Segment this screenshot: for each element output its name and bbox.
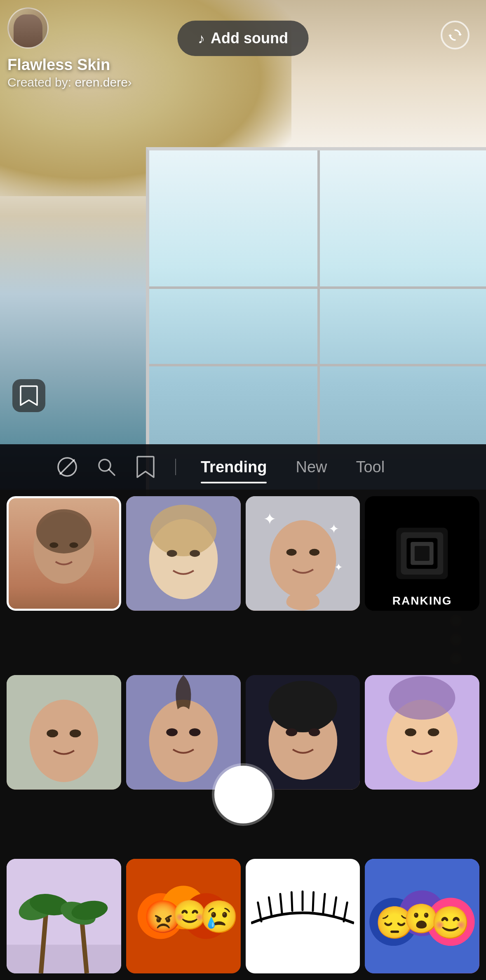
filter-cell-4[interactable] <box>7 675 121 790</box>
ranking-label: RANKING <box>365 594 479 607</box>
svg-point-33 <box>149 700 218 782</box>
shutter-area <box>214 766 272 823</box>
sync-icon[interactable] <box>441 21 470 49</box>
face-svg-4 <box>7 675 121 790</box>
svg-text:😊: 😊 <box>431 904 470 941</box>
tab-tool[interactable]: Tool <box>347 454 393 480</box>
svg-point-16 <box>270 520 336 598</box>
svg-text:✦: ✦ <box>329 522 339 536</box>
music-icon: ♪ <box>198 30 205 47</box>
add-sound-label: Add sound <box>211 30 288 47</box>
filter-bar: Trending New Tool <box>0 444 486 980</box>
filter-cell-lashes[interactable] <box>246 859 360 973</box>
ranking-svg <box>365 496 479 611</box>
svg-point-35 <box>189 728 201 736</box>
svg-text:✦: ✦ <box>263 510 276 528</box>
lashes-svg-icon <box>251 882 354 951</box>
no-filter-svg <box>57 457 77 477</box>
svg-line-3 <box>60 460 75 474</box>
svg-point-18 <box>309 549 319 556</box>
svg-point-12 <box>150 505 216 556</box>
bookmark-icon <box>20 385 38 406</box>
svg-point-45 <box>389 676 455 720</box>
tab-trending[interactable]: Trending <box>193 454 275 480</box>
creator-name[interactable]: eren.dere <box>75 75 127 89</box>
svg-line-5 <box>109 469 115 475</box>
filter-title: Flawless Skin <box>7 56 110 74</box>
svg-point-30 <box>47 729 58 737</box>
filter-cell-palm-trees[interactable] <box>7 859 121 973</box>
svg-point-7 <box>36 509 92 553</box>
filter-info-area: Flawless Skin Created by: eren.dere› <box>7 7 132 89</box>
svg-rect-27 <box>415 546 430 561</box>
svg-line-62 <box>269 897 272 916</box>
svg-point-8 <box>49 542 58 548</box>
avatar-silhouette <box>14 14 42 47</box>
svg-point-13 <box>167 550 177 557</box>
bookmark-button[interactable] <box>12 379 45 412</box>
saved-filters-icon[interactable] <box>132 454 159 481</box>
shutter-button[interactable] <box>214 766 272 823</box>
svg-point-17 <box>286 549 296 556</box>
search-filter-svg <box>96 457 117 477</box>
tab-new[interactable]: New <box>287 454 335 480</box>
svg-rect-47 <box>7 945 121 973</box>
creator-suffix: › <box>128 75 132 89</box>
svg-point-38 <box>268 681 337 732</box>
svg-line-63 <box>280 894 282 913</box>
svg-line-64 <box>292 892 293 911</box>
face-svg-7 <box>365 675 479 790</box>
svg-line-66 <box>313 892 314 911</box>
svg-point-39 <box>286 728 297 736</box>
svg-point-29 <box>30 700 99 782</box>
sync-svg <box>447 27 463 43</box>
filter-cell-flawless-skin[interactable] <box>7 496 121 611</box>
svg-point-34 <box>166 728 178 736</box>
inside-out-2-svg: 😔 😮 😊 <box>365 859 479 973</box>
search-filter-icon[interactable] <box>93 454 120 481</box>
filter-tabs: Trending New Tool <box>0 444 486 490</box>
saved-filters-svg <box>136 456 155 478</box>
filter-creator: Created by: eren.dere› <box>7 75 132 89</box>
face-svg-1 <box>9 498 119 609</box>
add-sound-button[interactable]: ♪ Add sound <box>177 21 309 56</box>
creator-prefix: Created by: <box>7 75 75 89</box>
svg-point-43 <box>405 728 416 736</box>
palm-trees-svg <box>7 859 121 973</box>
svg-text:😢: 😢 <box>200 898 239 935</box>
tab-separator <box>175 459 176 475</box>
svg-point-40 <box>308 728 320 736</box>
filter-cell-7[interactable] <box>365 675 479 790</box>
svg-line-68 <box>333 897 336 916</box>
filter-cell-ranking[interactable]: RANKING <box>365 496 479 611</box>
svg-point-31 <box>70 729 81 737</box>
inside-out-svg: 😡 😊 😢 <box>126 859 241 973</box>
face-svg-2 <box>126 496 241 611</box>
filter-cell-inside-out-2[interactable]: 😔 😮 😊 <box>365 859 479 973</box>
svg-text:✦: ✦ <box>334 561 343 573</box>
svg-point-44 <box>428 728 439 736</box>
filter-cell-sparkle[interactable]: ✦ ✦ ✦ <box>246 496 360 611</box>
svg-point-14 <box>190 550 200 557</box>
filter-grid-row-3: 😡 😊 😢 <box>0 856 486 980</box>
svg-point-9 <box>69 542 78 548</box>
filter-cell-2[interactable] <box>126 496 241 611</box>
face-svg-3: ✦ ✦ ✦ <box>246 496 360 611</box>
svg-line-67 <box>323 894 325 913</box>
filter-cell-inside-out[interactable]: 😡 😊 😢 <box>126 859 241 973</box>
avatar <box>7 7 49 49</box>
no-filter-icon[interactable] <box>54 454 80 481</box>
